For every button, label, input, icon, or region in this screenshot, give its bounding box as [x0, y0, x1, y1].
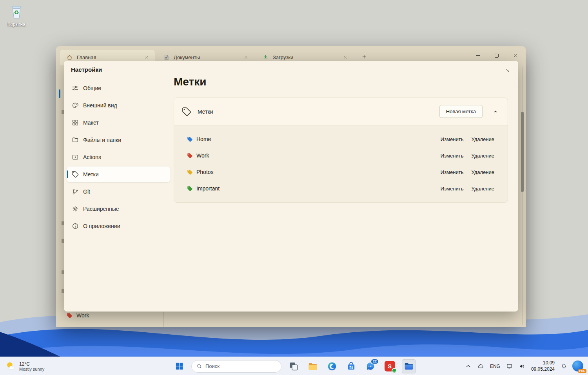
maximize-icon — [495, 54, 499, 58]
date: 09.05.2024 — [531, 366, 555, 373]
tag-icon — [187, 153, 193, 159]
settings-content: Метки Метки Новая метка Home — [174, 61, 508, 203]
git-branch-icon — [72, 188, 79, 195]
edit-tag-button[interactable]: Изменить — [441, 169, 464, 175]
settings-sidebar: Общие Внешний вид Макет Файлы и папки Ac… — [67, 80, 170, 236]
sidebar-item-about[interactable]: О приложении — [67, 218, 170, 234]
delete-tag-button[interactable]: Удаление — [471, 169, 494, 175]
sidebar-item-label: Git — [83, 188, 90, 195]
tag-icon — [187, 186, 193, 192]
collapse-button[interactable] — [489, 105, 502, 118]
chat-app-button[interactable]: 22 — [363, 359, 377, 373]
tab-close-button[interactable] — [241, 53, 250, 62]
sidebar-item-appearance[interactable]: Внешний вид — [67, 98, 170, 113]
tag-icon — [187, 169, 193, 175]
tag-name: Important — [196, 185, 220, 192]
sidebar-item-general[interactable]: Общие — [67, 80, 170, 96]
sidebar-item-label: Макет — [83, 120, 99, 126]
tags-list: Home Изменить Удаление Work Изменить — [174, 125, 508, 202]
delete-tag-button[interactable]: Удаление — [471, 186, 494, 192]
s-app-icon: S — [385, 361, 395, 371]
taskbar-center: 22 S — [172, 357, 416, 375]
search-input[interactable] — [205, 363, 276, 369]
check-badge-icon — [392, 368, 397, 373]
tag-name: Work — [196, 152, 209, 159]
background-sidebar-item-work[interactable]: Work — [67, 312, 89, 319]
sidebar-item-tags[interactable]: Метки — [67, 167, 170, 182]
edit-tag-button[interactable]: Изменить — [441, 136, 464, 142]
sidebar-item-layout[interactable]: Макет — [67, 115, 170, 130]
sidebar-item-label: Расширенные — [83, 206, 119, 212]
sidebar-item-label: Work — [76, 312, 89, 319]
notifications-button[interactable] — [560, 362, 568, 370]
s-app-letter: S — [388, 363, 392, 370]
language-indicator[interactable]: ENG — [489, 364, 501, 369]
sidebar-item-git[interactable]: Git — [67, 184, 170, 199]
taskbar: 12°C Mostly sunny — [0, 357, 588, 375]
files-app-window: Главная Документы Загрузки — [56, 46, 526, 327]
tab-label: Документы — [174, 54, 238, 60]
edit-tag-button[interactable]: Изменить — [441, 153, 464, 159]
sidebar-item-files-folders[interactable]: Файлы и папки — [67, 132, 170, 148]
speaker-icon — [519, 363, 525, 370]
tags-card-header: Метки Новая метка — [174, 98, 508, 125]
task-view-icon — [289, 361, 299, 371]
store-icon — [346, 361, 356, 371]
delete-tag-button[interactable]: Удаление — [471, 153, 494, 159]
edge-icon — [327, 361, 337, 371]
sliders-icon — [72, 85, 79, 92]
file-explorer-button[interactable] — [306, 359, 320, 373]
tags-card: Метки Новая метка Home Изменить Уда — [174, 98, 508, 203]
actions-icon — [72, 154, 79, 161]
dialog-title: Настройки — [71, 66, 102, 73]
recycle-bin-shortcut[interactable]: Корзина — [5, 3, 28, 27]
recycle-bin-icon — [9, 3, 24, 20]
tag-row-home: Home Изменить Удаление — [174, 131, 508, 147]
preview-app-button[interactable]: PRE — [572, 361, 584, 372]
taskbar-search[interactable] — [191, 360, 281, 373]
tray-expand-button[interactable] — [464, 362, 472, 370]
tag-icon — [187, 136, 193, 142]
scrollbar-thumb[interactable] — [521, 112, 524, 192]
weather-widget[interactable]: 12°C Mostly sunny — [5, 357, 44, 375]
s-app-button[interactable]: S — [383, 359, 397, 373]
tab-close-button[interactable] — [142, 53, 151, 62]
sidebar-item-label: О приложении — [83, 223, 120, 229]
edge-button[interactable] — [325, 359, 339, 373]
scrollbar-track[interactable] — [522, 67, 523, 325]
weather-condition: Mostly sunny — [19, 367, 44, 371]
page-title: Метки — [174, 76, 508, 88]
edit-tag-button[interactable]: Изменить — [441, 186, 464, 192]
store-button[interactable] — [344, 359, 358, 373]
info-icon — [72, 223, 79, 230]
tag-name: Photos — [196, 169, 214, 175]
new-tag-button[interactable]: Новая метка — [439, 105, 483, 118]
background-sidebar-selection-indicator — [59, 89, 60, 98]
tab-close-button[interactable] — [341, 53, 349, 62]
search-icon — [196, 363, 202, 369]
sidebar-item-actions[interactable]: Actions — [67, 149, 170, 165]
clock[interactable]: 10:09 09.05.2024 — [530, 360, 555, 372]
tag-icon — [72, 171, 79, 178]
folder-icon — [72, 136, 79, 143]
tab-label: Загрузки — [273, 54, 337, 60]
start-button[interactable] — [172, 359, 186, 373]
sidebar-item-label: Внешний вид — [83, 102, 117, 109]
file-explorer-icon — [308, 361, 318, 371]
sidebar-item-label: Actions — [83, 154, 101, 160]
tag-row-photos: Photos Изменить Удаление — [174, 164, 508, 180]
system-tray: ENG 10:09 09.05.2024 PRE — [464, 357, 584, 375]
grid-icon — [72, 119, 79, 126]
volume-tray-button[interactable] — [518, 362, 526, 370]
home-icon — [66, 54, 73, 61]
delete-tag-button[interactable]: Удаление — [471, 136, 494, 142]
files-app-button[interactable] — [402, 359, 416, 373]
sidebar-item-advanced[interactable]: Расширенные — [67, 201, 170, 217]
task-view-button[interactable] — [287, 359, 301, 373]
display-tray-button[interactable] — [505, 362, 514, 370]
onedrive-tray-button[interactable] — [477, 362, 485, 370]
minimize-icon — [476, 55, 480, 56]
tag-name: Home — [196, 136, 211, 142]
sidebar-item-label: Общие — [83, 85, 101, 91]
pre-badge: PRE — [578, 369, 586, 373]
